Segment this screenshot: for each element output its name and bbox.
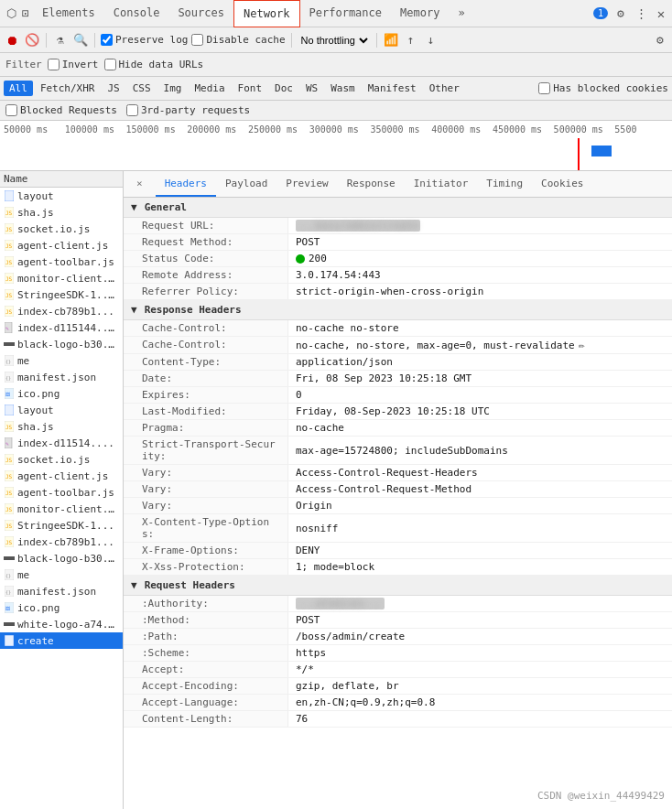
svg-text:JS: JS (5, 308, 13, 315)
tab-elements[interactable]: Elements (33, 0, 104, 27)
blocked-requests-checkbox[interactable] (5, 104, 17, 116)
tab-console[interactable]: Console (104, 0, 169, 27)
download-icon[interactable]: ↓ (423, 32, 439, 49)
list-item[interactable]: ✎index-d11514.... (0, 435, 123, 451)
wifi-icon[interactable]: 📶 (383, 32, 399, 49)
section-header[interactable]: ▼Request Headers (124, 576, 672, 596)
tab-more[interactable]: » (449, 0, 473, 27)
list-item[interactable]: JSsocket.io.js (0, 451, 123, 468)
disable-cache-checkbox[interactable] (191, 34, 203, 46)
detail-value: ...boss/admin/create (288, 218, 672, 233)
list-item[interactable]: white-logo-a74.... (0, 616, 123, 632)
sub-tab-payload[interactable]: Payload (216, 171, 276, 197)
detail-key: Status Code: (124, 251, 288, 266)
list-item[interactable]: JSagent-client.js (0, 237, 123, 253)
list-item[interactable]: JSStringeeSDK-1... (0, 517, 123, 534)
inspect-icon[interactable]: ⊡ (18, 6, 33, 21)
list-item[interactable]: {}me (0, 352, 123, 369)
cursor-icon[interactable]: ⬡ (4, 6, 18, 21)
type-filter-manifest[interactable]: Manifest (363, 81, 422, 96)
list-item[interactable]: layout (0, 402, 123, 418)
type-filter-media[interactable]: Media (189, 81, 230, 96)
preserve-log-label[interactable]: Preserve log (101, 34, 188, 46)
list-item[interactable]: ✎index-d115144.... (0, 319, 123, 336)
list-item[interactable]: black-logo-b30.... (0, 550, 123, 566)
list-item[interactable]: JSsha.js (0, 418, 123, 435)
svg-text:JS: JS (5, 506, 13, 512)
doc-file-icon (4, 190, 15, 201)
sub-tab-headers[interactable]: Headers (156, 171, 216, 197)
svg-text:JS: JS (5, 275, 13, 282)
third-party-checkbox[interactable] (126, 104, 138, 116)
list-item[interactable]: create (0, 632, 123, 649)
throttle-select[interactable]: No throttling (298, 34, 371, 47)
sub-tab-cookies[interactable]: Cookies (532, 171, 592, 197)
type-filter-img[interactable]: Img (158, 81, 188, 96)
preserve-log-checkbox[interactable] (101, 34, 113, 46)
sub-tab-response[interactable]: Response (338, 171, 405, 197)
type-filter-all[interactable]: All (4, 81, 33, 96)
list-item[interactable]: JSindex-cb789b1... (0, 303, 123, 319)
js-file-icon: JS (4, 503, 15, 514)
sub-tab-initiator[interactable]: Initiator (405, 171, 478, 197)
tab-memory[interactable]: Memory (391, 0, 449, 27)
value-text: no-cache, no-store, max-age=0, must-reva… (296, 340, 575, 351)
disable-cache-label[interactable]: Disable cache (191, 34, 285, 46)
has-blocked-cookies[interactable]: Has blocked cookies (538, 82, 668, 94)
list-item[interactable]: JSagent-toolbar.js (0, 484, 123, 501)
edit-icon[interactable]: ✏ (579, 339, 585, 351)
list-item[interactable]: JSindex-cb789b1... (0, 534, 123, 550)
section-header[interactable]: ▼Response Headers (124, 300, 672, 320)
hide-data-urls-label[interactable]: Hide data URLs (104, 59, 204, 70)
type-filter-font[interactable]: Font (233, 81, 268, 96)
type-filter-fetch/xhr[interactable]: Fetch/XHR (35, 81, 101, 96)
detail-key: Strict-Transport-Security: (124, 437, 288, 464)
type-filter-other[interactable]: Other (424, 81, 465, 96)
third-party-label[interactable]: 3rd-party requests (126, 104, 250, 116)
type-filter-css[interactable]: CSS (127, 81, 157, 96)
list-item[interactable]: JSmonitor-client.js (0, 270, 123, 286)
js-file-icon: JS (4, 487, 15, 498)
detail-row: Pragma:no-cache (124, 420, 672, 437)
list-item[interactable]: JSagent-toolbar.js (0, 253, 123, 270)
close-detail-button[interactable]: × (127, 171, 152, 197)
list-item[interactable]: 🖼ico.png (0, 385, 123, 402)
blocked-requests-label[interactable]: Blocked Requests (5, 104, 117, 116)
type-filter-wasm[interactable]: Wasm (325, 81, 361, 96)
section-header[interactable]: ▼General (124, 198, 672, 218)
tab-network[interactable]: Network (233, 0, 300, 27)
list-item[interactable]: JSsha.js (0, 204, 123, 221)
hide-data-urls-checkbox[interactable] (104, 59, 116, 70)
list-item[interactable]: 🖼ico.png (0, 599, 123, 616)
settings-icon[interactable]: ⚙ (613, 6, 628, 21)
tab-sources[interactable]: Sources (168, 0, 233, 27)
list-item[interactable]: JSagent-client.js (0, 468, 123, 484)
record-button[interactable]: ⏺ (4, 32, 20, 49)
list-item[interactable]: {}manifest.json (0, 583, 123, 599)
clear-button[interactable]: 🚫 (24, 32, 40, 49)
upload-icon[interactable]: ↑ (403, 32, 419, 49)
tab-performance[interactable]: Performance (300, 0, 391, 27)
toolbar-settings-icon[interactable]: ⚙ (652, 32, 668, 49)
type-filter-js[interactable]: JS (102, 81, 125, 96)
filter-button[interactable]: ⚗ (52, 32, 69, 49)
list-item[interactable]: JSsocket.io.js (0, 221, 123, 237)
invert-checkbox[interactable] (48, 59, 60, 70)
list-item[interactable]: black-logo-b30.... (0, 336, 123, 352)
has-blocked-cookies-checkbox[interactable] (538, 82, 550, 94)
search-button[interactable]: 🔍 (72, 32, 89, 49)
detail-row: Request Method:POST (124, 234, 672, 251)
list-item[interactable]: JSmonitor-client.js (0, 501, 123, 517)
list-item[interactable]: {}manifest.json (0, 369, 123, 385)
list-item[interactable]: layout (0, 188, 123, 204)
type-filter-ws[interactable]: WS (300, 81, 323, 96)
list-item[interactable]: JSStringeeSDK-1.... (0, 286, 123, 303)
sub-tab-timing[interactable]: Timing (477, 171, 532, 197)
sub-tab-preview[interactable]: Preview (276, 171, 337, 197)
black-file-icon (4, 339, 15, 350)
invert-label[interactable]: Invert (48, 59, 99, 70)
close-devtools-button[interactable]: ✕ (654, 6, 668, 21)
type-filter-doc[interactable]: Doc (269, 81, 298, 96)
list-item[interactable]: {}me (0, 566, 123, 583)
more-icon[interactable]: ⋮ (634, 6, 648, 21)
